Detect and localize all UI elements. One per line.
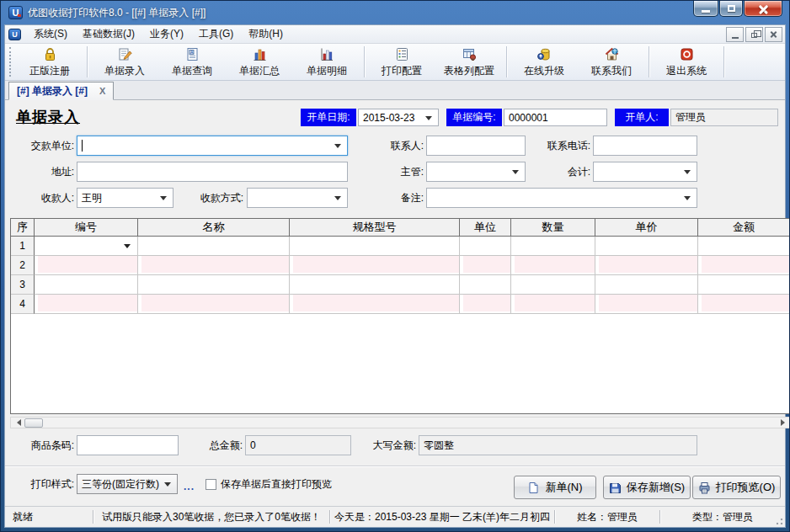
chevron-down-icon[interactable] (124, 244, 131, 252)
scroll-right-icon[interactable] (778, 418, 790, 428)
toolbar-contact-button[interactable]: 联系我们 (578, 44, 645, 80)
menu-help[interactable]: 帮助(H) (241, 25, 291, 43)
code-cell-combobox[interactable] (35, 237, 138, 256)
table-config-icon (462, 46, 478, 62)
spec-cell[interactable] (290, 295, 460, 314)
toolbar-grip[interactable] (9, 47, 13, 77)
code-cell[interactable] (35, 256, 138, 275)
scroll-left-icon[interactable] (11, 418, 23, 428)
maximize-button[interactable] (719, 1, 743, 17)
status-ready: 就绪 (5, 507, 93, 527)
save-new-button[interactable]: 保存新增(S) (603, 476, 691, 499)
toolbar-register-button[interactable]: 正版注册 (16, 44, 83, 80)
menu-base-data[interactable]: 基础数据(J) (75, 25, 142, 43)
spec-cell[interactable] (290, 256, 460, 275)
unit-cell[interactable] (460, 295, 511, 314)
resize-grip-icon[interactable] (774, 516, 784, 526)
chart-detail-icon (319, 46, 335, 62)
status-user-name: 姓名：管理员 (555, 507, 659, 527)
code-cell[interactable] (35, 275, 138, 295)
col-code: 编号 (35, 219, 138, 237)
name-cell[interactable] (138, 275, 290, 295)
toolbar-upgrade-button[interactable]: 在线升级 (510, 44, 578, 80)
status-trial-message: 试用版只能录入30笔收据，您已录入了0笔收据！ (93, 507, 329, 527)
toolbar-detail-button[interactable]: 单据明细 (293, 44, 360, 80)
payer-combobox[interactable] (77, 136, 348, 156)
amount-cell[interactable] (698, 295, 790, 314)
status-bar: 就绪 试用版只能录入30笔收据，您已录入了0笔收据！ 今天是：2015-03-2… (5, 506, 785, 527)
text-caret (82, 140, 83, 152)
print-preview-button[interactable]: 打印预览(O) (692, 476, 781, 499)
price-cell[interactable] (595, 237, 698, 256)
toolbar-separator (506, 46, 507, 77)
manager-combobox[interactable] (426, 162, 526, 182)
unit-cell[interactable] (460, 275, 511, 295)
app-window: U 优图收据打印软件8.0 - [[#] 单据录入 [#]] U 系统(S) 基… (0, 0, 790, 532)
qty-cell[interactable] (511, 237, 595, 256)
menu-tools[interactable]: 工具(G) (191, 25, 241, 43)
toolbar-query-button[interactable]: A 单据查询 (158, 44, 226, 80)
code-cell[interactable] (35, 295, 138, 314)
spec-cell[interactable] (290, 237, 460, 256)
print-after-save-checkbox[interactable] (206, 479, 216, 490)
horizontal-scrollbar[interactable] (10, 417, 790, 428)
accountant-combobox[interactable] (593, 162, 697, 182)
scrollbar-thumb[interactable] (24, 418, 43, 428)
tab-receipt-entry[interactable]: [#] 单据录入 [#] X (8, 82, 114, 100)
address-input[interactable] (77, 162, 348, 182)
price-cell[interactable] (595, 295, 698, 314)
print-config-icon (394, 46, 410, 62)
tab-close-icon[interactable]: X (99, 86, 105, 96)
phone-label: 联系电话: (517, 136, 590, 156)
menu-system[interactable]: 系统(S) (26, 25, 75, 43)
toolbar-column-config-button[interactable]: 表格列配置 (435, 44, 503, 80)
phone-input[interactable] (593, 136, 697, 156)
menu-bar: U 系统(S) 基础数据(J) 业务(Y) 工具(G) 帮助(H) (5, 25, 785, 44)
menu-business[interactable]: 业务(Y) (142, 25, 191, 43)
print-style-combobox[interactable]: 三等份(固定行数) (77, 474, 178, 494)
amount-cell[interactable] (698, 275, 790, 295)
price-cell[interactable] (595, 256, 698, 275)
qty-cell[interactable] (511, 275, 595, 295)
qty-cell[interactable] (511, 295, 595, 314)
close-button[interactable] (744, 1, 782, 17)
name-cell[interactable] (138, 256, 290, 275)
price-cell[interactable] (595, 275, 698, 295)
unit-cell[interactable] (460, 237, 511, 256)
more-options-button[interactable]: ... (184, 481, 195, 492)
new-document-icon (527, 481, 540, 494)
operator-label: 开单人: (615, 109, 669, 126)
minimize-button[interactable] (693, 1, 718, 17)
number-input[interactable]: 0000001 (504, 109, 607, 126)
toolbar-summary-button[interactable]: 单据汇总 (226, 44, 293, 80)
new-receipt-button[interactable]: 新单(N) (514, 476, 596, 499)
unit-cell[interactable] (460, 256, 511, 275)
payee-combobox[interactable]: 王明 (77, 188, 173, 208)
toolbar-entry-button[interactable]: 单据录入 (91, 44, 158, 80)
contact-input[interactable] (426, 136, 526, 156)
barcode-input[interactable] (77, 435, 179, 455)
amount-cell[interactable] (698, 237, 790, 256)
col-unit: 单位 (460, 219, 511, 237)
name-cell[interactable] (138, 295, 290, 314)
row-number: 4 (11, 295, 35, 314)
remark-combobox[interactable] (426, 188, 697, 208)
upgrade-icon (536, 46, 552, 62)
date-combobox[interactable]: 2015-03-23 (358, 109, 439, 126)
barcode-label: 商品条码: (8, 435, 74, 455)
qty-cell[interactable] (511, 256, 595, 275)
name-cell[interactable] (138, 237, 290, 256)
mdi-minimize-button[interactable] (726, 27, 744, 42)
number-label: 单据编号: (446, 109, 502, 126)
toolbar-print-config-button[interactable]: 打印配置 (368, 44, 435, 80)
table-row: 2 (11, 256, 790, 275)
mdi-close-button[interactable] (765, 27, 782, 42)
mdi-restore-button[interactable] (745, 27, 763, 42)
payment-method-combobox[interactable] (247, 188, 348, 208)
amount-cell[interactable] (698, 256, 790, 275)
spec-cell[interactable] (290, 275, 460, 295)
address-label: 地址: (8, 162, 74, 182)
col-seq: 序 (11, 219, 35, 237)
total-field: 0 (245, 435, 351, 455)
toolbar-exit-button[interactable]: 退出系统 (653, 44, 720, 80)
